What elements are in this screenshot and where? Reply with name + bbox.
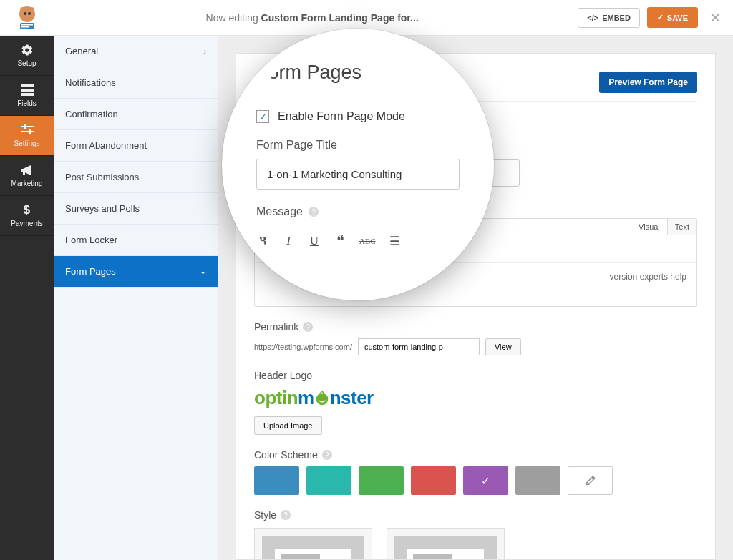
nav-settings[interactable]: Settings [0, 116, 54, 156]
mag-editor-toolbar: B I U ❝ ABC ☰ [256, 225, 460, 250]
logo-part-1: optin [254, 387, 298, 408]
style-modern[interactable]: Modern Design [254, 528, 372, 560]
svg-rect-5 [20, 23, 34, 29]
svg-rect-9 [21, 89, 34, 92]
eyedropper-icon [585, 475, 596, 486]
mag-enable-checkbox-row[interactable]: ✓ Enable Form Page Mode [256, 110, 460, 123]
checkbox-icon[interactable]: ✓ [256, 110, 269, 123]
submenu-confirmation-label: Confirmation [65, 109, 118, 119]
save-button[interactable]: ✓ SAVE [647, 7, 698, 28]
svg-point-18 [321, 392, 322, 393]
upload-image-button[interactable]: Upload Image [254, 416, 322, 435]
permalink-label: Permalink ? [254, 321, 697, 333]
italic-icon[interactable]: I [282, 234, 295, 248]
help-icon[interactable]: ? [303, 322, 313, 332]
strike-icon[interactable]: ABC [359, 237, 376, 245]
swatch-purple[interactable]: ✓ [463, 466, 508, 495]
style-classic-preview [394, 536, 497, 560]
permalink-view-button[interactable]: View [485, 338, 521, 355]
dollar-icon: $ [21, 204, 34, 217]
svg-rect-14 [29, 129, 31, 134]
svg-rect-7 [21, 26, 29, 28]
app-logo [7, 6, 47, 30]
wpforms-logo-icon [13, 6, 42, 30]
underline-icon[interactable]: U [308, 234, 321, 248]
sliders-icon [21, 124, 34, 137]
swatch-red[interactable] [411, 466, 456, 495]
svg-point-1 [20, 7, 26, 13]
header-logo-label: Header Logo [254, 370, 697, 381]
magnifier-content: Form Pages ✓ Enable Form Page Mode Form … [235, 41, 481, 270]
nav-fields-label: Fields [17, 99, 37, 107]
mag-title-input[interactable] [256, 159, 460, 190]
swatch-custom-picker[interactable] [568, 466, 613, 495]
nav-payments-label: Payments [11, 220, 42, 227]
submenu-form-locker[interactable]: Form Locker [54, 225, 218, 256]
help-icon[interactable]: ? [309, 207, 319, 217]
svg-rect-12 [24, 124, 26, 129]
style-options: Modern Design Classic Design [254, 528, 697, 560]
submenu-abandonment-label: Form Abandonment [65, 140, 147, 151]
fields-icon [21, 84, 34, 97]
nav-payments[interactable]: $ Payments [0, 196, 54, 236]
submenu-form-abandonment[interactable]: Form Abandonment [54, 130, 218, 162]
mag-message-label-text: Message [256, 205, 303, 218]
swatch-teal[interactable] [306, 466, 351, 495]
color-scheme-field: Color Scheme ? ✓ [254, 449, 697, 495]
help-icon[interactable]: ? [281, 510, 291, 520]
nav-settings-label: Settings [14, 139, 39, 147]
svg-rect-8 [21, 84, 34, 87]
submenu-locker-label: Form Locker [65, 235, 117, 245]
mag-message-label: Message ? [256, 205, 460, 218]
svg-rect-10 [21, 93, 34, 96]
color-scheme-label: Color Scheme ? [254, 449, 697, 461]
chevron-right-icon: › [203, 47, 206, 56]
nav-setup[interactable]: Setup [0, 36, 54, 76]
monster-icon [314, 390, 330, 406]
permalink-slug-input[interactable] [358, 338, 480, 355]
preview-form-page-button[interactable]: Preview Form Page [599, 72, 697, 93]
submenu-surveys-label: Surveys and Polls [65, 203, 140, 214]
submenu-general-label: General [65, 46, 98, 57]
magnifier-overlay: Form Pages ✓ Enable Form Page Mode Form … [222, 29, 494, 300]
swatch-gray[interactable] [515, 466, 560, 495]
nav-marketing[interactable]: Marketing [0, 156, 54, 196]
svg-point-2 [29, 7, 34, 13]
svg-rect-13 [21, 131, 34, 132]
logo-part-3: nster [330, 387, 374, 408]
mag-enable-label: Enable Form Page Mode [278, 110, 405, 123]
nav-setup-label: Setup [17, 59, 36, 67]
code-icon: </> [587, 14, 598, 22]
editing-title: Now editing Custom Form Landing Page for… [54, 12, 571, 24]
swatch-green[interactable] [359, 466, 404, 495]
mag-heading: Form Pages [256, 62, 460, 94]
list-icon[interactable]: ☰ [389, 234, 402, 249]
editing-prefix: Now editing [206, 12, 261, 24]
submenu-confirmation[interactable]: Confirmation [54, 99, 218, 130]
bold-icon[interactable]: B [256, 234, 269, 248]
embed-label: EMBED [602, 14, 631, 22]
editor-tab-text[interactable]: Text [667, 219, 696, 235]
close-button[interactable]: ✕ [705, 9, 726, 26]
submenu-form-pages[interactable]: Form Pages ⌄ [54, 256, 218, 288]
color-swatches: ✓ [254, 466, 697, 495]
style-label: Style ? [254, 509, 697, 521]
embed-button[interactable]: </> EMBED [578, 8, 640, 28]
gear-icon [21, 44, 34, 57]
submenu-post-submissions[interactable]: Post Submissions [54, 162, 218, 193]
submenu-surveys[interactable]: Surveys and Polls [54, 193, 218, 225]
help-icon[interactable]: ? [322, 450, 332, 460]
editor-tab-visual[interactable]: Visual [631, 219, 667, 235]
style-label-text: Style [254, 509, 276, 521]
header-logo-preview: optinmnster [254, 387, 697, 409]
submenu-form-pages-label: Form Pages [65, 266, 116, 277]
permalink-label-text: Permalink [254, 321, 298, 333]
svg-rect-15 [23, 172, 25, 175]
style-classic[interactable]: Classic Design [387, 528, 505, 560]
submenu-general[interactable]: General › [54, 36, 218, 67]
swatch-blue[interactable] [254, 466, 299, 495]
quote-icon[interactable]: ❝ [334, 232, 346, 250]
submenu-notifications[interactable]: Notifications [54, 67, 218, 99]
mag-title-label: Form Page Title [256, 139, 460, 152]
nav-fields[interactable]: Fields [0, 76, 54, 116]
